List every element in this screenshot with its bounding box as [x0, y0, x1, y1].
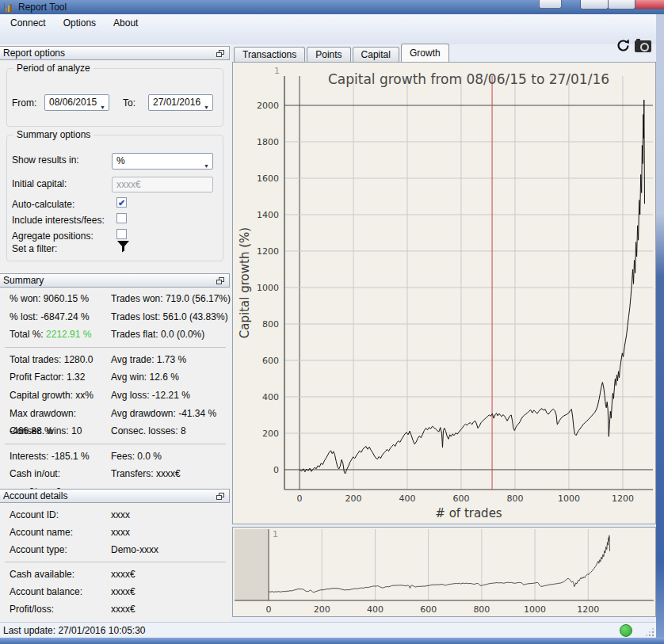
svg-text:Capital growth (%): Capital growth (%): [238, 227, 252, 338]
window-frame-bottom: [0, 638, 664, 644]
camera-icon[interactable]: [635, 40, 651, 52]
summary-options-group: Summary options Show results in:%▼Initia…: [6, 135, 223, 261]
svg-text:1400: 1400: [257, 210, 279, 220]
account-value: xxxx€: [111, 600, 231, 618]
from-date-select[interactable]: 08/06/2015 ▼: [44, 94, 109, 111]
float-panel-icon[interactable]: [216, 50, 224, 57]
overview-range-chart[interactable]: 0200400600800100012001: [233, 528, 655, 616]
maximize-button[interactable]: [608, 0, 635, 10]
stat-row: Capital growth: xx%Avg loss: -12.21 %: [0, 387, 231, 405]
separator: [5, 347, 226, 348]
svg-text:# of trades: # of trades: [435, 506, 502, 520]
connection-status-icon: [620, 624, 632, 637]
svg-text:0: 0: [266, 604, 272, 615]
svg-text:200: 200: [314, 604, 330, 615]
refresh-icon[interactable]: [616, 38, 631, 53]
menu-item-options[interactable]: Options: [55, 16, 105, 30]
stat-cell: % won: 9060.15 %: [10, 290, 111, 308]
show-results-select[interactable]: %▼: [112, 153, 213, 170]
tab-growth[interactable]: Growth: [401, 44, 449, 62]
growth-chart-panel[interactable]: 0200400600800100012000200400600800100012…: [232, 62, 656, 524]
tab-transactions[interactable]: Transactions: [234, 47, 305, 62]
svg-text:200: 200: [262, 429, 279, 439]
include-interests-checkbox[interactable]: [116, 213, 127, 223]
include-interests-checkbox-label: Include interests/fees:: [12, 215, 105, 226]
stat-cell: Avg trade: 1.73 %: [111, 351, 231, 369]
svg-text:400: 400: [399, 493, 416, 504]
stat-cell: Trades lost: 561.0 (43.83%): [111, 308, 231, 326]
account-value: xxxx: [111, 524, 231, 541]
account-label: Profit/loss:: [10, 600, 111, 618]
stat-cell: Avg drawdown: -41.34 %: [111, 405, 231, 423]
set-filter-button[interactable]: [116, 240, 130, 253]
summary-header: Summary: [0, 273, 230, 288]
chevron-down-icon: ▼: [100, 100, 105, 115]
last-update-text: Last update: 27/01/2016 10:05:30: [3, 623, 146, 638]
titlebar: Report Tool: [0, 0, 664, 15]
chevron-down-icon: ▼: [204, 158, 209, 173]
restore-window-button[interactable]: [539, 0, 562, 9]
svg-text:1000: 1000: [558, 493, 580, 504]
minimize-button[interactable]: [580, 0, 609, 10]
app-icon: [4, 3, 14, 13]
separator: [5, 444, 226, 444]
stat-cell: Avg win: 12.6 %: [111, 368, 231, 387]
svg-text:600: 600: [262, 356, 279, 366]
tab-capital[interactable]: Capital: [353, 47, 399, 62]
show-results-select-label: Show results in:: [12, 154, 79, 166]
initial-capital-input[interactable]: xxxx€: [112, 177, 213, 192]
svg-text:400: 400: [367, 604, 384, 615]
report-options-title: Report options: [3, 48, 65, 59]
summary-stats: % won: 9060.15 %Trades won: 719.0 (56.17…: [0, 290, 231, 483]
auto-calculate-checkbox[interactable]: ✔: [116, 197, 127, 208]
float-panel-icon[interactable]: [216, 277, 224, 284]
auto-calculate-checkbox-label: Auto-calculate:: [12, 199, 74, 210]
overview-chart-panel[interactable]: 0200400600800100012001: [232, 527, 656, 617]
svg-text:2000: 2000: [257, 101, 279, 111]
svg-text:400: 400: [262, 392, 279, 402]
svg-text:1000: 1000: [257, 283, 279, 293]
svg-text:800: 800: [473, 604, 490, 615]
resize-grip[interactable]: [644, 627, 654, 636]
status-bar: Last update: 27/01/2016 10:05:30: [0, 622, 656, 638]
menu-item-about[interactable]: About: [105, 16, 147, 30]
app-window: Report Tool ConnectOptionsAbout Report o…: [0, 0, 664, 644]
account-row: Account ID:xxxx: [0, 506, 231, 524]
report-options-header: Report options: [0, 46, 230, 60]
stat-cell: Total trades: 1280.0: [10, 351, 111, 369]
svg-text:600: 600: [420, 604, 437, 615]
svg-text:1200: 1200: [577, 604, 599, 615]
svg-text:0: 0: [273, 465, 279, 475]
agregate-positions-checkbox[interactable]: [116, 229, 127, 239]
svg-text:1: 1: [273, 529, 278, 539]
stat-cell: % lost: -6847.24 %: [10, 308, 111, 326]
to-label: To:: [123, 97, 135, 109]
svg-text:1600: 1600: [257, 173, 279, 184]
tab-points[interactable]: Points: [307, 47, 350, 62]
stat-cell: Avg loss: -12.21 %: [111, 387, 231, 405]
stat-cell: Capital growth: xx%: [10, 387, 111, 405]
stat-row: Total trades: 1280.0Avg trade: 1.73 %: [0, 351, 231, 369]
svg-text:0: 0: [297, 493, 303, 504]
highlighted-value: 2212.91 %: [46, 329, 91, 340]
stat-row: Total %: 2212.91 %Trades flat: 0.0 (0.0%…: [0, 326, 231, 344]
capital-growth-chart[interactable]: 0200400600800100012000200400600800100012…: [233, 63, 655, 524]
from-date-value: 08/06/2015: [49, 97, 97, 108]
account-label: Account name:: [10, 524, 111, 541]
account-label: Account type:: [10, 541, 111, 558]
stat-cell: Interests: -185.1 %: [10, 448, 111, 466]
account-row: Cash available:xxxx€: [0, 566, 231, 583]
menu-item-connect[interactable]: Connect: [2, 16, 55, 30]
stat-cell: Fees: 0.0 %: [111, 448, 231, 466]
close-button[interactable]: [635, 0, 664, 10]
separator: [5, 562, 226, 562]
float-panel-icon[interactable]: [216, 493, 224, 500]
svg-text:1800: 1800: [257, 137, 279, 147]
svg-text:Capital growth from 08/06/15 t: Capital growth from 08/06/15 to 27/01/16: [328, 71, 609, 87]
account-row: Account name:xxxx: [0, 524, 231, 541]
stat-cell: Max drawdown: -466.88 %: [10, 405, 111, 423]
stat-cell: Total %: 2212.91 %: [10, 326, 111, 344]
svg-text:1200: 1200: [612, 493, 634, 504]
to-date-select[interactable]: 27/01/2016 ▼: [148, 94, 213, 111]
stat-cell: Consec. wins: 10: [10, 422, 111, 440]
